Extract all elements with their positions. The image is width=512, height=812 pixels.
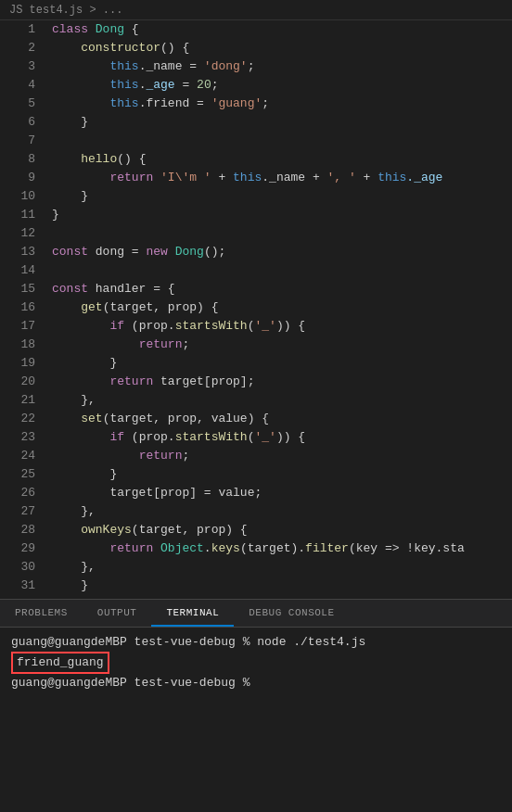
breadcrumb: JS test4.js > ... (0, 0, 512, 20)
token (52, 169, 109, 187)
token: set (81, 410, 102, 428)
token (52, 410, 81, 428)
token: (prop. (124, 317, 175, 336)
line-numbers: 1234567891011121314151617181920212223242… (0, 20, 45, 599)
token: return (139, 336, 183, 354)
code-line (52, 132, 512, 150)
token: ; (211, 76, 219, 95)
line-number: 32 (0, 595, 35, 599)
token (52, 95, 109, 113)
token: this (109, 57, 138, 76)
token: )) { (276, 317, 305, 336)
token (52, 428, 109, 447)
token: } (52, 577, 88, 595)
code-line (52, 224, 512, 243)
token: (prop. (124, 428, 175, 447)
code-line: } (52, 354, 512, 373)
token: '_' (254, 428, 275, 447)
token: . (204, 539, 211, 558)
terminal-prompt-3: guang@guangdeMBP test-vue-debug % (11, 674, 250, 692)
line-number: 23 (0, 428, 35, 447)
token: + (356, 169, 378, 187)
terminal-line-1: guang@guangdeMBP test-vue-debug % node .… (11, 633, 501, 652)
token (52, 150, 81, 169)
panel-tabs: PROBLEMS OUTPUT TERMINAL DEBUG CONSOLE (0, 600, 512, 628)
token (153, 539, 160, 558)
line-number: 9 (0, 169, 35, 187)
code-line: }, (52, 391, 512, 410)
tab-terminal[interactable]: TERMINAL (151, 600, 234, 627)
token: if (109, 317, 124, 336)
token: ; (182, 336, 189, 354)
token: return (109, 373, 153, 391)
code-line: set(target, prop, value) { (52, 410, 512, 428)
line-number: 18 (0, 336, 35, 354)
token: startsWith (175, 317, 248, 336)
code-line: this._age = 20; (52, 76, 512, 95)
token: if (109, 428, 124, 447)
tab-output[interactable]: OUTPUT (83, 600, 152, 627)
tab-problems[interactable]: PROBLEMS (0, 600, 83, 627)
token: }, (52, 391, 96, 410)
token (52, 298, 81, 317)
line-number: 11 (0, 206, 35, 224)
token: (target, prop, value) { (103, 410, 269, 428)
token (168, 243, 175, 261)
token: } (52, 113, 88, 132)
token: .friend = (139, 95, 211, 113)
line-number: 6 (0, 113, 35, 132)
code-line: hello() { (52, 150, 512, 169)
code-line: const dong = new Dong(); (52, 243, 512, 261)
token: handler = { (88, 280, 175, 298)
code-line: return target[prop]; (52, 373, 512, 391)
token: 'dong' (204, 57, 248, 76)
code-line: target[prop] = value; (52, 484, 512, 502)
line-number: 7 (0, 132, 35, 150)
code-line: constructor() { (52, 39, 512, 57)
tab-debug[interactable]: DEBUG CONSOLE (234, 600, 349, 627)
token (52, 539, 109, 558)
line-number: 28 (0, 521, 35, 539)
token: = (175, 76, 197, 95)
code-content[interactable]: class Dong { constructor() { this._name … (45, 20, 512, 599)
code-line: return; (52, 447, 512, 465)
token (52, 521, 81, 539)
line-number: 19 (0, 354, 35, 373)
token: return (139, 447, 183, 465)
code-line: } (52, 113, 512, 132)
token (52, 57, 109, 76)
line-number: 13 (0, 243, 35, 261)
token: keys (211, 539, 240, 558)
token (52, 76, 109, 95)
terminal-line-3: guang@guangdeMBP test-vue-debug % (11, 674, 501, 692)
token: '_' (254, 317, 275, 336)
token: { (124, 20, 139, 39)
terminal-line-2: friend_guang (11, 652, 501, 674)
code-line: const handler = { (52, 280, 512, 298)
token (52, 373, 109, 391)
terminal-highlight-box: friend_guang (11, 652, 109, 674)
token: const (52, 280, 88, 298)
token (52, 336, 139, 354)
token: (target, prop) { (132, 521, 248, 539)
token: }, (52, 502, 96, 521)
code-line: this.friend = 'guang'; (52, 95, 512, 113)
token: (); (204, 243, 225, 261)
token: 'I\'m ' (160, 169, 211, 187)
line-number: 25 (0, 465, 35, 484)
breadcrumb-text: JS test4.js > ... (9, 4, 122, 17)
token: ; (182, 447, 189, 465)
token: ._name = (139, 57, 204, 76)
line-number: 5 (0, 95, 35, 113)
token: ; (262, 95, 269, 113)
token: new (146, 243, 167, 261)
line-number: 8 (0, 150, 35, 169)
code-line: class Dong { (52, 20, 512, 39)
code-line: } (52, 206, 512, 224)
token: Dong (175, 243, 204, 261)
token: )) { (276, 428, 305, 447)
line-number: 21 (0, 391, 35, 410)
token: 20 (197, 76, 211, 95)
token (52, 317, 109, 336)
token: ._age (406, 169, 442, 187)
